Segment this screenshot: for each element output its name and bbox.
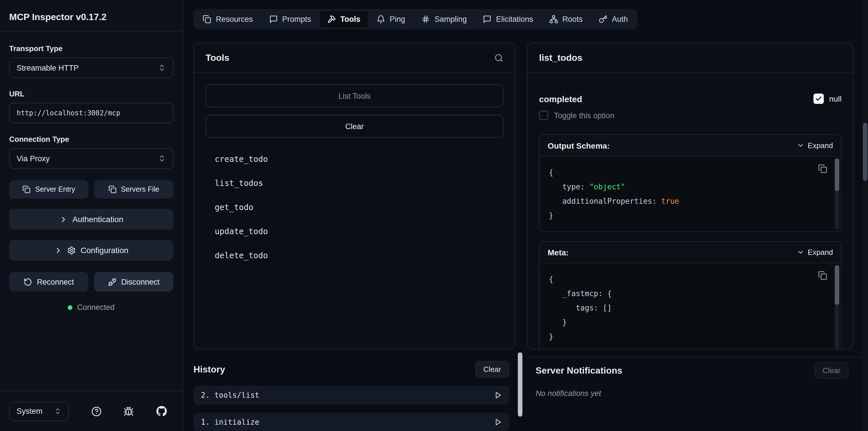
help-button[interactable] [91,406,101,417]
tools-panel: Tools List Tools Clear create_todolist_t… [193,42,516,349]
meta-expand-button[interactable]: Expand [797,248,833,256]
server-entry-button[interactable]: Server Entry [9,180,88,198]
history-item[interactable]: 1. initialize [193,413,509,431]
meta-title: Meta: [548,248,569,257]
copy-code-button[interactable] [818,271,827,280]
history-title: History [193,364,225,374]
code-scrollbar[interactable] [835,265,839,349]
copy-icon [108,185,116,193]
servers-file-label: Servers File [121,185,159,193]
sidebar-body: Transport Type Streamable HTTP URL http:… [0,32,183,391]
authentication-label: Authentication [72,215,123,224]
bell-icon [377,15,385,24]
history-list: 2. tools/list1. initialize [193,386,509,431]
transport-type-value: Streamable HTTP [17,63,79,72]
tab-roots[interactable]: Roots [541,11,590,28]
tool-item[interactable]: update_todo [206,219,503,243]
bug-report-button[interactable] [124,406,134,417]
clear-tools-button[interactable]: Clear [206,115,503,138]
configuration-button[interactable]: Configuration [9,240,174,260]
reconnect-button[interactable]: Reconnect [9,272,88,291]
copy-code-button[interactable] [818,164,827,173]
disconnect-label: Disconnect [121,277,160,286]
code-scrollbar[interactable] [835,158,839,229]
chevrons-up-down-icon [54,407,61,415]
server-notifications-section: Server Notifications Clear No notificati… [527,357,868,431]
url-label: URL [9,90,174,98]
tools-panel-title: Tools [206,53,229,63]
play-icon [494,391,502,399]
tab-ping[interactable]: Ping [369,11,413,28]
configuration-label: Configuration [81,246,129,255]
meta-box: Meta: Expand { _fastmcp: { tags: [] }} [539,241,842,349]
meta-code: { _fastmcp: { tags: [] }} [549,272,824,344]
copy-icon [818,271,827,280]
history-section: History Clear 2. tools/list1. initialize [193,349,509,431]
files-icon [203,15,211,24]
authentication-button[interactable]: Authentication [9,209,174,229]
copy-icon [818,164,827,173]
param-name: completed [539,94,582,103]
github-button[interactable] [156,406,167,417]
chevron-right-icon [59,215,68,223]
server-notifications-title: Server Notifications [536,365,622,376]
tool-item[interactable]: create_todo [206,147,503,171]
list-tools-button[interactable]: List Tools [206,84,503,107]
main-content: ResourcesPromptsToolsPingSamplingElicita… [183,0,868,431]
toggle-option-checkbox[interactable] [539,111,548,120]
search-icon [494,53,503,62]
sidebar-header: MCP Inspector v0.17.2 [0,0,183,32]
history-item-label: 2. tools/list [201,391,259,399]
connected-dot [68,305,73,310]
copy-icon [23,185,31,193]
tool-item[interactable]: get_todo [206,195,503,219]
sidebar-footer: System [0,391,183,431]
theme-select[interactable]: System [9,401,69,421]
history-item[interactable]: 2. tools/list [193,386,509,405]
chevrons-up-down-icon [158,64,166,72]
transport-type-select[interactable]: Streamable HTTP [9,57,174,78]
tab-prompts[interactable]: Prompts [261,11,319,28]
reconnect-label: Reconnect [37,277,74,286]
search-button[interactable] [494,53,503,62]
tab-sampling[interactable]: Sampling [414,11,474,28]
expand-label: Expand [808,248,833,256]
connection-status: Connected [9,303,174,312]
clear-notifications-button[interactable]: Clear [815,362,848,379]
connection-type-select[interactable]: Via Proxy [9,148,174,169]
tool-item[interactable]: list_todos [206,171,503,195]
nav-tabs: ResourcesPromptsToolsPingSamplingElicita… [193,9,637,29]
mcp-inspector-window: MCP Inspector v0.17.2 Transport Type Str… [0,0,868,431]
url-input[interactable]: http://localhost:3002/mcp [9,103,174,123]
disconnect-button[interactable]: Disconnect [94,272,174,291]
chevron-down-icon [797,248,804,256]
bug-icon [124,406,134,417]
hammer-icon [327,15,336,24]
tool-item[interactable]: delete_todo [206,243,503,268]
servers-file-button[interactable]: Servers File [94,180,174,198]
chevron-right-icon [54,246,63,254]
expand-label: Expand [808,141,833,150]
url-value: http://localhost:3002/mcp [17,109,120,117]
output-schema-code: { type: "object" additionalProperties: t… [549,165,824,223]
tab-tools[interactable]: Tools [320,11,368,28]
tab-auth[interactable]: Auth [591,11,636,28]
tool-detail-title: list_todos [539,53,582,63]
clear-history-button[interactable]: Clear [475,361,509,378]
app-title: MCP Inspector v0.17.2 [9,12,174,22]
check-icon [815,95,822,102]
connection-type-label: Connection Type [9,135,174,144]
null-checkbox[interactable] [813,94,824,104]
tab-elicitations[interactable]: Elicitations [475,11,540,28]
page-scrollbar[interactable] [862,0,868,431]
connection-type-value: Via Proxy [17,154,50,163]
tab-resources[interactable]: Resources [195,11,260,28]
chevron-down-icon [797,142,804,149]
main-scrollbar[interactable] [518,349,522,431]
play-icon [494,419,502,426]
network-icon [549,15,558,24]
connection-status-text: Connected [77,303,115,312]
unplug-icon [108,277,117,286]
message-icon [269,15,278,24]
output-schema-expand-button[interactable]: Expand [797,141,833,150]
